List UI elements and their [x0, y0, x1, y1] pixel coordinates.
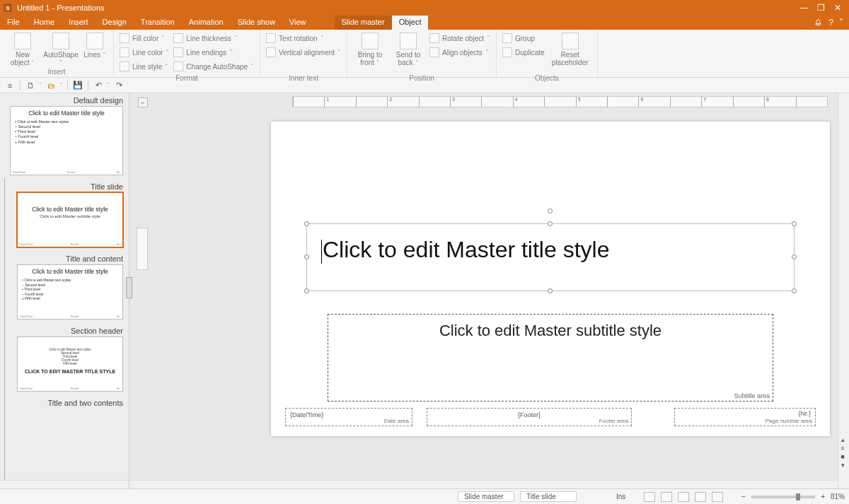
group-icon — [502, 33, 512, 43]
maximize-button[interactable]: ❐ — [812, 3, 829, 13]
menu-bar: File Home Insert Design Transition Anima… — [0, 16, 849, 30]
align-icon — [429, 47, 439, 57]
footer-placeholder[interactable]: {Footer} Footer area — [427, 408, 632, 426]
view-normal-icon[interactable] — [644, 492, 655, 502]
qat-open-icon[interactable]: 🗁 — [45, 80, 57, 91]
layout-thumbnail-title-slide[interactable]: Click to edit Master title style Click t… — [17, 192, 123, 247]
ribbon-group-label: Insert — [6, 67, 108, 77]
menu-insert[interactable]: Insert — [62, 16, 96, 30]
qat-menu-icon[interactable]: ≡ — [4, 80, 16, 91]
date-placeholder[interactable]: {Date/Time} Date area — [285, 408, 412, 426]
fill-color-icon — [120, 33, 129, 43]
rotate-object-button[interactable]: Rotate object ˅ — [429, 31, 490, 45]
notifications-icon[interactable]: 🕭 — [814, 18, 823, 28]
menu-slideshow[interactable]: Slide show — [231, 16, 282, 30]
send-to-back-icon — [400, 33, 417, 49]
text-rotation-icon — [266, 33, 276, 43]
menu-transition[interactable]: Transition — [134, 16, 182, 30]
line-thickness-icon — [173, 33, 183, 43]
ribbon-group-position: Bring to front ˅ Send to back ˅ Rotate o… — [347, 30, 497, 77]
autoshape-button[interactable]: AutoShape ˅ — [44, 31, 78, 67]
send-to-back-button[interactable]: Send to back ˅ — [391, 31, 425, 74]
ribbon-collapse-icon[interactable]: ˅ — [839, 18, 843, 28]
zoom-value[interactable]: 81% — [831, 493, 845, 500]
ribbon-group-format: Fill color ˅ Line color ˅ Line style ˅ L… — [114, 30, 260, 77]
zoom-out-button[interactable]: − — [741, 493, 746, 500]
status-bar: Slide master Title slide Ins − + 81% — [0, 488, 849, 504]
text-rotation-button[interactable]: Text rotation ˅ — [266, 31, 341, 45]
zoom-slider[interactable] — [751, 496, 815, 498]
status-mode: Slide master — [458, 491, 514, 502]
view-present-icon[interactable] — [695, 492, 706, 502]
menu-animation[interactable]: Animation — [182, 16, 231, 30]
subtitle-area-label: Subtitle area — [734, 392, 770, 399]
menu-view[interactable]: View — [282, 16, 313, 30]
line-endings-button[interactable]: Line endings ˅ — [173, 45, 254, 59]
panel-hscroll[interactable] — [0, 480, 129, 488]
app-icon: S — [3, 3, 13, 13]
menu-home[interactable]: Home — [27, 16, 62, 30]
autoshape-icon — [52, 33, 69, 49]
view-master-icon[interactable] — [712, 492, 723, 502]
ribbon-group-insert: New object ˅ AutoShape ˅ Lines ˅ Insert — [0, 30, 114, 77]
fill-color-button[interactable]: Fill color ˅ — [120, 31, 169, 45]
window-title: Untitled 1 - Presentations — [17, 4, 105, 12]
duplicate-button[interactable]: Duplicate — [502, 45, 545, 59]
master-thumbnail[interactable]: Click to edit Master title style • Click… — [10, 106, 123, 175]
view-sorter-icon[interactable] — [678, 492, 689, 502]
layout-label: Default design — [7, 93, 129, 106]
canvas[interactable]: Click to edit Master title style Click t… — [129, 93, 849, 488]
lines-button[interactable]: Lines ˅ — [82, 31, 108, 67]
align-objects-button[interactable]: Align objects ˅ — [429, 45, 490, 59]
line-thickness-button[interactable]: Line thickness ˅ — [173, 31, 254, 45]
qat-redo-icon[interactable]: ↷ — [113, 80, 125, 91]
new-object-button[interactable]: New object ˅ — [6, 31, 40, 67]
prev-slide-icon: ▴ — [841, 436, 845, 443]
slide-nav-buttons[interactable]: ▴≡■▾ — [838, 436, 848, 469]
view-outline-icon[interactable] — [661, 492, 672, 502]
bring-to-front-icon — [362, 33, 379, 49]
qat-save-icon[interactable]: 💾 — [72, 80, 83, 91]
line-color-icon — [120, 47, 129, 57]
next-slide-icon: ▾ — [841, 462, 845, 469]
status-layout: Title slide — [520, 491, 577, 502]
subtitle-placeholder[interactable]: Click to edit Master subtitle style Subt… — [328, 314, 773, 402]
minimize-button[interactable]: — — [795, 3, 812, 13]
ribbon-group-objects: Group Duplicate x Reset placeholder Obje… — [497, 30, 598, 77]
change-autoshape-button[interactable]: Change AutoShape ˅ — [173, 59, 254, 74]
menu-file[interactable]: File — [0, 16, 27, 30]
qat-undo-icon[interactable]: ↶ — [93, 80, 104, 91]
qat-new-icon[interactable]: 🗋 — [25, 80, 36, 91]
group-button[interactable]: Group — [502, 31, 545, 45]
reset-placeholder-button[interactable]: Reset placeholder — [549, 31, 591, 74]
layout-thumbnail-title-content[interactable]: Click to edit Master title style • Click… — [17, 264, 123, 320]
subtitle-text[interactable]: Click to edit Master subtitle style — [328, 315, 773, 347]
title-bar: S Untitled 1 - Presentations — ❐ ✕ — [0, 0, 849, 16]
slide-panel: Default design Click to edit Master titl… — [0, 93, 129, 488]
duplicate-icon — [502, 47, 512, 57]
title-placeholder[interactable]: Click to edit Master title style — [306, 223, 795, 291]
layout-thumbnail-section-header[interactable]: Click to edit Master text styles Second … — [17, 336, 123, 392]
main-area: Default design Click to edit Master titl… — [0, 93, 849, 488]
vertical-alignment-button[interactable]: Vertical alignment ˅ — [266, 45, 341, 59]
vertical-scrollbar[interactable] — [838, 93, 849, 488]
menu-design[interactable]: Design — [96, 16, 134, 30]
line-color-button[interactable]: Line color ˅ — [120, 45, 169, 59]
line-style-button[interactable]: Line style ˅ — [120, 59, 169, 74]
change-autoshape-icon — [173, 61, 183, 71]
close-button[interactable]: ✕ — [829, 3, 846, 13]
menu-slide-master[interactable]: Slide master — [335, 16, 392, 30]
vertical-alignment-icon — [266, 47, 276, 57]
title-text[interactable]: Click to edit Master title style — [307, 224, 794, 276]
horizontal-scrollbar[interactable] — [129, 480, 838, 488]
page-number-placeholder[interactable]: {Nr.} Page number area — [674, 408, 816, 426]
slide[interactable]: Click to edit Master title style Click t… — [271, 122, 830, 436]
zoom-in-button[interactable]: + — [821, 493, 825, 500]
ribbon: New object ˅ AutoShape ˅ Lines ˅ Insert … — [0, 30, 849, 78]
rotate-icon — [429, 33, 439, 43]
bring-to-front-button[interactable]: Bring to front ˅ — [353, 31, 387, 74]
menu-object[interactable]: Object — [392, 16, 429, 30]
ribbon-group-inner-text: Text rotation ˅ Vertical alignment ˅ x I… — [260, 30, 347, 77]
editor: ⌐ 12345678 Click to edit Master title st… — [129, 93, 849, 488]
help-icon[interactable]: ? — [828, 18, 833, 28]
